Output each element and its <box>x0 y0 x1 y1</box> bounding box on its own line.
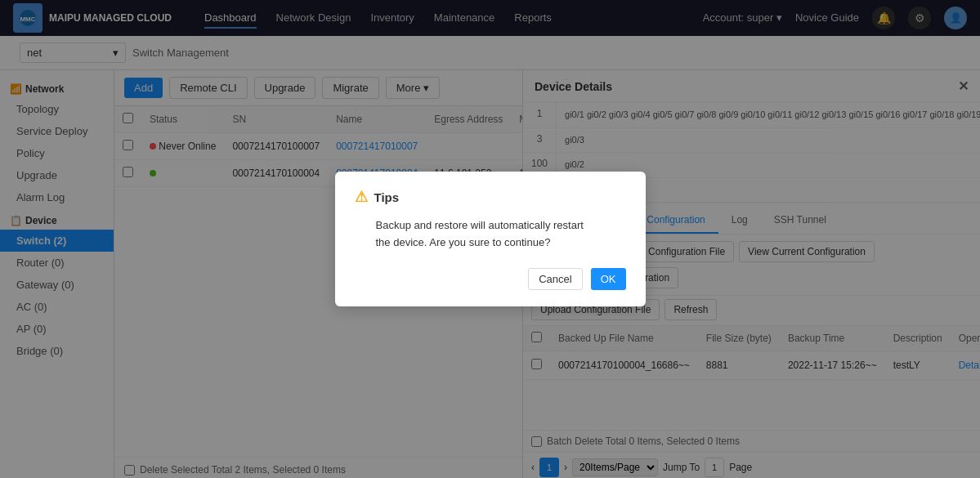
dialog-body: Backup and restore will automatically re… <box>355 217 626 252</box>
warning-icon: ⚠ <box>355 188 368 206</box>
dialog-overlay: ⚠ Tips Backup and restore will automatic… <box>0 0 980 478</box>
dialog-title: ⚠ Tips <box>355 188 626 206</box>
dialog-actions: Cancel OK <box>355 268 626 290</box>
dialog-ok-button[interactable]: OK <box>591 268 626 290</box>
dialog-cancel-button[interactable]: Cancel <box>528 268 582 290</box>
dialog-box: ⚠ Tips Backup and restore will automatic… <box>335 172 646 306</box>
